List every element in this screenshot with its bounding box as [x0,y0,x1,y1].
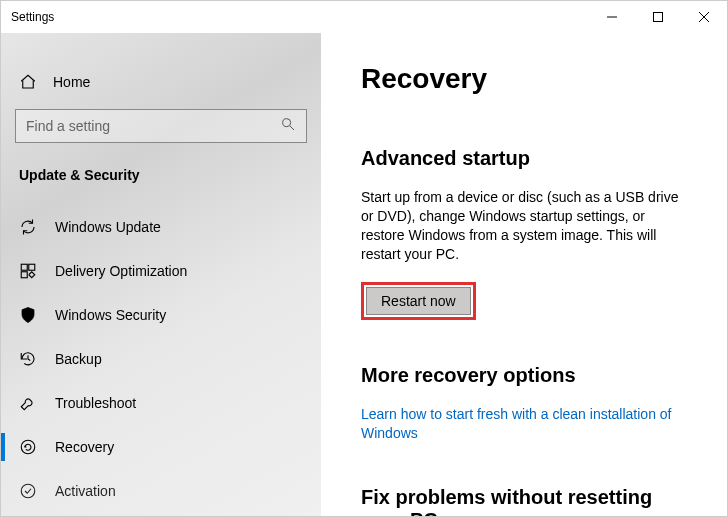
sidebar-item-windows-security[interactable]: Windows Security [1,293,321,337]
titlebar: Settings [1,1,727,33]
category-header: Update & Security [1,161,321,205]
svg-rect-6 [21,264,27,270]
svg-line-5 [290,126,294,130]
sidebar-item-activation[interactable]: Activation [1,469,321,513]
sidebar-item-label: Windows Update [55,219,161,235]
sidebar-item-label: Recovery [55,439,114,455]
sidebar-item-label: Windows Security [55,307,166,323]
svg-point-9 [21,440,35,454]
sidebar: Home Update & Security Windows Update [1,33,321,516]
fresh-start-link[interactable]: Learn how to start fresh with a clean in… [361,405,687,444]
home-nav[interactable]: Home [1,63,321,101]
svg-rect-1 [654,13,663,22]
activation-icon [19,482,37,500]
window-controls [589,1,727,33]
backup-icon [19,350,37,368]
home-icon [19,73,37,91]
sidebar-item-troubleshoot[interactable]: Troubleshoot [1,381,321,425]
sidebar-item-recovery[interactable]: Recovery [1,425,321,469]
window-title: Settings [11,10,54,24]
svg-point-10 [21,484,35,498]
search-box[interactable] [15,109,307,143]
recovery-icon [19,438,37,456]
content-pane: Recovery Advanced startup Start up from … [321,33,727,516]
maximize-button[interactable] [635,1,681,33]
advanced-startup-heading: Advanced startup [361,147,687,170]
close-button[interactable] [681,1,727,33]
sidebar-item-label: Troubleshoot [55,395,136,411]
restart-now-highlight: Restart now [361,282,476,320]
minimize-button[interactable] [589,1,635,33]
search-icon [280,116,296,136]
sync-icon [19,218,37,236]
restart-now-button[interactable]: Restart now [366,287,471,315]
svg-point-4 [283,119,291,127]
search-input[interactable] [26,118,280,134]
sidebar-item-label: Backup [55,351,102,367]
sidebar-item-label: Delivery Optimization [55,263,187,279]
fix-problems-heading: Fix problems without resetting your PC [361,486,687,516]
wrench-icon [19,394,37,412]
svg-rect-7 [29,264,35,270]
page-title: Recovery [361,63,687,95]
sidebar-item-delivery-optimization[interactable]: Delivery Optimization [1,249,321,293]
sidebar-item-label: Activation [55,483,116,499]
advanced-startup-text: Start up from a device or disc (such as … [361,188,687,264]
nav-list: Windows Update Delivery Optimization Win… [1,205,321,513]
shield-icon [19,306,37,324]
svg-rect-8 [21,272,27,278]
home-label: Home [53,74,90,90]
sidebar-item-windows-update[interactable]: Windows Update [1,205,321,249]
sidebar-item-backup[interactable]: Backup [1,337,321,381]
more-recovery-heading: More recovery options [361,364,687,387]
delivery-icon [19,262,37,280]
